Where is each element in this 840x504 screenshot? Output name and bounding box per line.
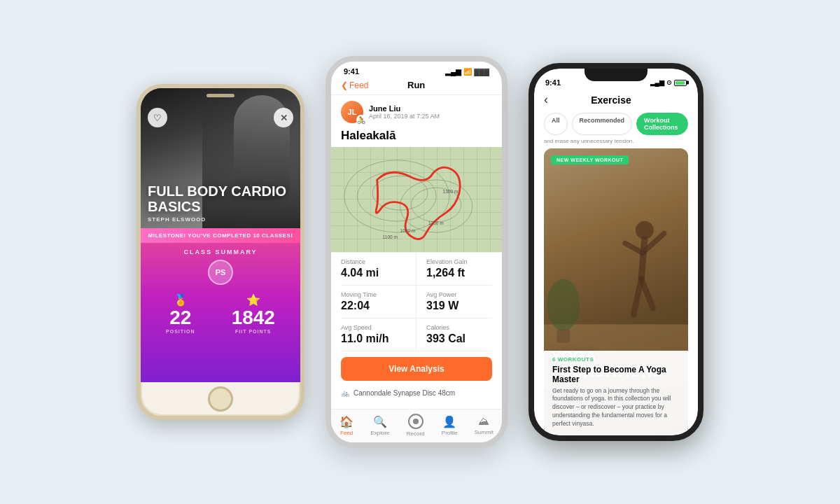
phone2-stat-time: Moving Time 22:04	[341, 286, 416, 318]
phone2-back-label: Feed	[349, 80, 368, 90]
profile-icon: 👤	[442, 415, 456, 428]
phone3-status-icons: ▂▄▆ ⊙	[650, 79, 687, 86]
search-icon: 🔍	[373, 415, 387, 428]
phone3-workout-info: 6 WORKOUTS First Step to Become A Yoga M…	[544, 351, 688, 435]
phone2-stat-distance-value: 4.04 mi	[341, 267, 406, 279]
phone2-run-title: Haleakalā	[331, 129, 502, 147]
phone2-nav-summit-label: Summit	[475, 429, 493, 435]
phone2-nav-explore-label: Explore	[370, 430, 389, 436]
phone3-new-workout-badge: NEW WEEKLY WORKOUT	[551, 155, 629, 164]
phone3-tab-all[interactable]: All	[544, 113, 568, 135]
phone3-notch	[584, 69, 648, 81]
phone2-stat-distance: Distance 4.04 mi	[341, 253, 416, 286]
phone1-fiit-icon: ⭐	[232, 293, 275, 307]
svg-line-11	[641, 239, 645, 279]
phone2-nav-profile-label: Profile	[442, 430, 458, 436]
phone1-speaker	[206, 94, 234, 97]
phone2-bottom-nav: 🏠 Feed 🔍 Explore Record 👤 Profile ⛰ Summ…	[331, 409, 502, 442]
phone2-user-avatar: JL	[341, 101, 363, 123]
phone1-device: ♡ ✕ FULL BODY CARDIO BASICS STEPH ELSWOO…	[136, 84, 304, 420]
phone1-stat-position: 🏅 22 POSITION	[166, 293, 195, 334]
svg-text:1100 m: 1100 m	[382, 234, 398, 239]
phone2-content: JL June Liu April 16, 2019 at 7:25 AM Ha…	[331, 95, 502, 409]
phone3-page-title: Exercise	[591, 94, 631, 106]
bike-icon: 🚲	[341, 389, 349, 397]
wifi-icon: 📶	[463, 68, 472, 76]
phone3-back-button[interactable]: ‹	[544, 92, 548, 107]
wifi-icon: ⊙	[666, 79, 672, 86]
phone1-stat-fiit: ⭐ 1842 FIIT POINTS	[232, 293, 275, 334]
phone2-time: 9:41	[344, 67, 359, 76]
phone3-tab-recommended[interactable]: Recommended	[572, 113, 633, 135]
phone1-fiit-value: 1842	[232, 308, 275, 328]
phone1-milestone-text: MILESTONE! YOU'VE COMPLETED 10 CLASSES!	[141, 228, 300, 243]
phone2-nav-profile[interactable]: 👤 Profile	[442, 415, 458, 436]
phone2-stats-grid: Distance 4.04 mi Elevation Gain 1,264 ft…	[331, 252, 502, 351]
phone1-home-button[interactable]	[208, 386, 233, 412]
phone2-nav-record[interactable]: Record	[407, 414, 425, 437]
record-icon	[408, 414, 424, 429]
svg-rect-17	[557, 330, 570, 343]
svg-point-1	[358, 172, 437, 221]
phone2-nav-feed[interactable]: 🏠 Feed	[340, 415, 354, 436]
phone1-position-icon: 🏅	[166, 293, 195, 307]
phone1-position-value: 22	[166, 308, 195, 328]
phone2-nav-bar: ❮ Feed Run	[331, 78, 502, 95]
phone1-screen: ♡ ✕ FULL BODY CARDIO BASICS STEPH ELSWOO…	[141, 88, 300, 382]
phone2-status-icons: ▂▄▆ 📶 ▓▓▓	[445, 68, 489, 76]
signal-icon: ▂▄▆	[445, 68, 461, 76]
phone2-stat-power-value: 319 W	[426, 300, 492, 312]
phone2-stat-calories-value: 393 Cal	[426, 332, 492, 345]
phone2-nav-summit[interactable]: ⛰ Summit	[475, 415, 493, 435]
battery-icon	[674, 80, 687, 86]
phone2-map[interactable]: 1100 m 1050 m 1250 m 1300 m	[331, 147, 502, 252]
svg-line-14	[634, 279, 641, 314]
phone2-stat-speed-label: Avg Speed	[341, 324, 406, 331]
phone3-tab-workout-collections[interactable]: Workout Collections	[636, 113, 688, 135]
phone2-nav-feed-label: Feed	[340, 430, 353, 436]
svg-point-16	[547, 279, 580, 330]
phone1-hero-subtitle: STEPH ELSWOOD	[148, 216, 206, 223]
svg-text:1250 m: 1250 m	[428, 220, 444, 225]
phone3-workout-name: First Step to Become A Yoga Master	[552, 365, 680, 384]
phone3-scroll-hint: and erase any unnecessary tension.	[534, 138, 698, 148]
battery-icon: ▓▓▓	[474, 68, 489, 76]
phone3-time: 9:41	[545, 78, 561, 87]
phone1-notch	[141, 88, 300, 102]
phone1-hero: ♡ ✕ FULL BODY CARDIO BASICS STEPH ELSWOO…	[141, 88, 300, 228]
phone3-workout-desc: Get ready to go on a journey through the…	[552, 387, 680, 428]
phone2-view-analysis-button[interactable]: View Analysis	[341, 357, 492, 381]
phone2-back-button[interactable]: ❮ Feed	[341, 80, 368, 90]
phone1-close-button[interactable]: ✕	[274, 108, 293, 127]
phone3-tabs: All Recommended Workout Collections	[534, 113, 698, 135]
phone2-bike-label: Cannondale Synapse Disc 48cm	[354, 389, 455, 397]
phone2-nav-explore[interactable]: 🔍 Explore	[370, 415, 389, 436]
phone1-summary-section: CLASS SUMMARY PS 🏅 22 POSITION ⭐ 1842 FI…	[141, 243, 300, 382]
phone2-device: 9:41 ▂▄▆ 📶 ▓▓▓ ❮ Feed Run JL June Liu Ap…	[326, 56, 507, 448]
summit-icon: ⛰	[478, 415, 489, 428]
phone3-screen: 9:41 ▂▄▆ ⊙ ‹ Exercise All Recommended Wo…	[534, 69, 698, 435]
phone3-workout-count: 6 WORKOUTS	[552, 356, 680, 363]
svg-line-15	[641, 279, 653, 308]
phone1-position-label: POSITION	[166, 329, 195, 334]
home-icon: 🏠	[340, 415, 354, 428]
phone2-stat-elevation-value: 1,264 ft	[426, 267, 492, 279]
phone1-fiit-label: FIIT POINTS	[232, 329, 275, 334]
phone2-user-row[interactable]: JL June Liu April 16, 2019 at 7:25 AM	[331, 95, 502, 129]
phone2-stat-elevation: Elevation Gain 1,264 ft	[416, 253, 492, 286]
phone2-stat-power-label: Avg Power	[426, 291, 492, 298]
battery-fill	[676, 81, 685, 85]
phone2-nav-record-label: Record	[407, 430, 425, 437]
svg-text:1300 m: 1300 m	[443, 189, 458, 194]
phone2-stat-power: Avg Power 319 W	[416, 286, 492, 318]
phone2-stat-distance-label: Distance	[341, 258, 406, 265]
chevron-left-icon: ❮	[341, 80, 348, 90]
phone3-workout-card[interactable]: NEW WEEKLY WORKOUT YOGAFOUNDATIONS 6 WOR…	[544, 148, 688, 435]
svg-line-12	[625, 243, 643, 253]
phone2-route-map: 1100 m 1050 m 1250 m 1300 m	[331, 147, 502, 246]
phone2-stat-elevation-label: Elevation Gain	[426, 258, 492, 265]
phone1-favorite-button[interactable]: ♡	[148, 108, 167, 127]
phone2-stat-time-label: Moving Time	[341, 291, 406, 298]
phone2-user-date: April 16, 2019 at 7:25 AM	[369, 113, 440, 120]
signal-bars-icon: ▂▄▆	[650, 79, 664, 86]
